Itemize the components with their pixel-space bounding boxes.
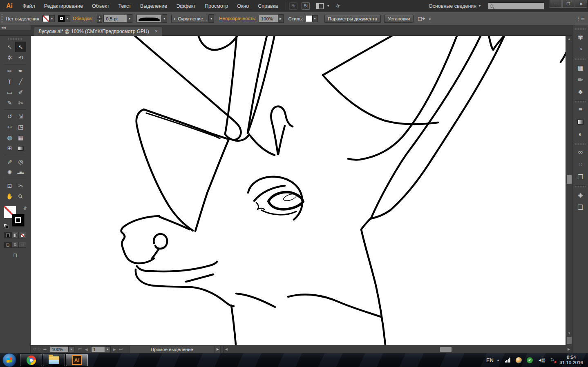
panel-grip[interactable] <box>575 28 586 30</box>
minimize-button[interactable]: ─ <box>550 0 562 8</box>
action-center-flag-icon[interactable]: ⚐✘ <box>550 357 555 363</box>
chevron-down-icon[interactable]: ▼ <box>313 15 318 22</box>
panel-grip[interactable] <box>575 185 586 187</box>
pencil-tool[interactable]: ✎ <box>4 98 15 108</box>
scroll-up-icon[interactable]: ▲ <box>566 36 572 42</box>
right-antler-sweep[interactable] <box>371 36 505 218</box>
language-indicator[interactable]: EN <box>486 357 494 363</box>
taskbar-illustrator-button[interactable]: Ai <box>66 354 88 366</box>
opacity-field[interactable]: 100% <box>259 15 278 22</box>
symbols-panel-button[interactable]: ♣ <box>572 86 588 98</box>
panel-grip[interactable] <box>575 100 586 102</box>
artboard-number-field[interactable]: 1 <box>91 346 105 352</box>
vertical-scroll-thumb[interactable] <box>567 175 572 184</box>
chevron-down-icon[interactable]: ▼ <box>49 15 55 22</box>
next-artboard-icon[interactable]: ▶ <box>113 347 116 351</box>
stroke-color-indicator[interactable] <box>12 214 25 227</box>
antler-thumb-inner[interactable] <box>278 126 285 154</box>
close-tab-icon[interactable]: × <box>155 29 158 34</box>
show-hidden-icons[interactable]: ▲ <box>496 358 500 362</box>
taskbar-explorer-button[interactable] <box>43 354 65 366</box>
taskbar-chrome-button[interactable] <box>20 354 42 366</box>
scroll-down-icon[interactable]: ▼ <box>566 330 572 336</box>
start-button[interactable] <box>2 353 16 367</box>
antler-top-u[interactable] <box>198 36 238 50</box>
swap-fill-stroke-icon[interactable]: ⇄ <box>22 205 28 211</box>
antler-v-notch[interactable] <box>489 36 506 50</box>
eyedropper-tool[interactable]: ✐ <box>4 156 15 167</box>
style-control[interactable]: ▼ <box>306 15 318 22</box>
shaper-tool[interactable]: ✄ <box>15 98 26 108</box>
search-input[interactable] <box>488 2 544 10</box>
left-ear-top-fold[interactable] <box>146 113 220 138</box>
antler-thumb-tine[interactable] <box>271 107 293 154</box>
gradient-panel-button[interactable] <box>572 116 588 128</box>
menu-item-5[interactable]: Эффект <box>172 0 200 12</box>
eye-lower-lid[interactable] <box>262 210 296 215</box>
export-share-icon[interactable]: ➦ <box>43 347 47 352</box>
zoom-level-field[interactable]: 100% <box>50 346 69 352</box>
color-panel-button[interactable]: ✾ <box>572 31 588 43</box>
illustrator-logo-icon[interactable]: Ai <box>3 1 16 11</box>
stroke-weight-field[interactable]: 0,5 pt <box>103 15 127 22</box>
eye-squiggle[interactable] <box>256 202 264 209</box>
stroke-panel-button[interactable]: ≡ <box>572 104 588 116</box>
menu-item-8[interactable]: Справка <box>253 0 282 12</box>
column-graph-tool[interactable]: ▂▅▃ <box>15 167 26 178</box>
draw-inside-button[interactable]: ⊡ <box>19 242 26 248</box>
horizontal-scroll-thumb[interactable] <box>440 347 452 352</box>
volume-icon[interactable]: ◄))) <box>538 358 545 363</box>
zoom-dropdown-icon[interactable]: ▼ <box>69 346 74 352</box>
antivirus-icon[interactable]: ✔ <box>527 357 533 363</box>
artboard-tool[interactable]: ⊡ <box>4 180 15 191</box>
scroll-right-icon[interactable]: ▶ <box>566 346 572 353</box>
menu-item-3[interactable]: Текст <box>114 0 136 12</box>
chevron-down-icon[interactable]: ▼ <box>162 14 167 23</box>
adobe-stock-panel-button[interactable]: ◌ <box>572 158 588 171</box>
screen-mode-button[interactable]: ❐ <box>10 252 20 259</box>
menu-item-4[interactable]: Выделение <box>136 0 172 12</box>
neck-back-line[interactable] <box>361 219 385 345</box>
direct-selection-tool[interactable]: ↖ <box>15 42 26 52</box>
blend-tool[interactable]: ◎ <box>15 156 26 167</box>
nostril[interactable] <box>154 234 167 249</box>
panel-grip[interactable] <box>1 14 3 23</box>
document-setup-button[interactable]: Параметры документа <box>324 15 381 23</box>
menu-item-2[interactable]: Объект <box>87 0 114 12</box>
transparency-panel-button[interactable]: ◐ <box>572 128 588 140</box>
workspace-switcher[interactable]: Основные сведения ▼ <box>429 3 481 9</box>
jaw-curve[interactable] <box>136 269 234 306</box>
right-ear-outer[interactable] <box>371 36 481 219</box>
upper-lip-line[interactable] <box>137 262 217 271</box>
slice-tool[interactable]: ✂ <box>15 180 26 191</box>
panel-grip[interactable] <box>575 58 586 60</box>
throat-line-2[interactable] <box>288 294 381 317</box>
stroke-weight-stepper[interactable]: ▲▼ <box>97 15 102 23</box>
gpu-performance-icon[interactable]: ✈ <box>335 2 342 10</box>
brush-definition-field[interactable]: • Скругление... <box>171 15 209 22</box>
asset-export-panel-button[interactable]: ❐ <box>572 171 588 183</box>
symbol-sprayer-tool[interactable]: ✺ <box>4 167 15 178</box>
line-segment-tool[interactable]: ╱ <box>15 76 26 87</box>
zoom-tool[interactable]: ⚲ <box>15 191 26 202</box>
lasso-tool[interactable]: ⟲ <box>15 52 26 63</box>
opacity-panel-link[interactable]: Непрозрачность: <box>219 16 256 21</box>
left-ear-top-outer[interactable] <box>144 109 229 139</box>
color-guide-panel-button[interactable]: ◔ <box>572 43 588 56</box>
status-expand-icon[interactable]: ▶ <box>215 346 221 353</box>
draw-normal-button[interactable]: ❏ <box>4 242 11 248</box>
toolbar-collapse-button[interactable]: ◀◀ <box>0 25 31 30</box>
left-ear-right-edge[interactable] <box>195 139 229 231</box>
perspective-grid-tool[interactable]: ▦ <box>15 132 26 143</box>
artboards-panel-button[interactable]: ❏ <box>572 201 588 213</box>
scroll-left-icon[interactable]: ◀ <box>224 346 229 353</box>
last-artboard-icon[interactable]: ⏭ <box>119 347 123 351</box>
control-panel-menu-icon[interactable]: ⋮☰ <box>576 16 585 21</box>
antler-right-stub[interactable] <box>561 36 566 62</box>
vertical-scrollbar[interactable]: ▲ ▼ <box>566 36 572 345</box>
curvature-tool[interactable]: ✑ <box>4 66 15 76</box>
width-tool[interactable]: ⇿ <box>4 122 15 132</box>
left-ear-left-edge[interactable] <box>136 109 193 231</box>
fill-color-control[interactable]: ▼ <box>42 15 55 22</box>
arrange-documents-button[interactable]: ▼ <box>316 3 330 9</box>
